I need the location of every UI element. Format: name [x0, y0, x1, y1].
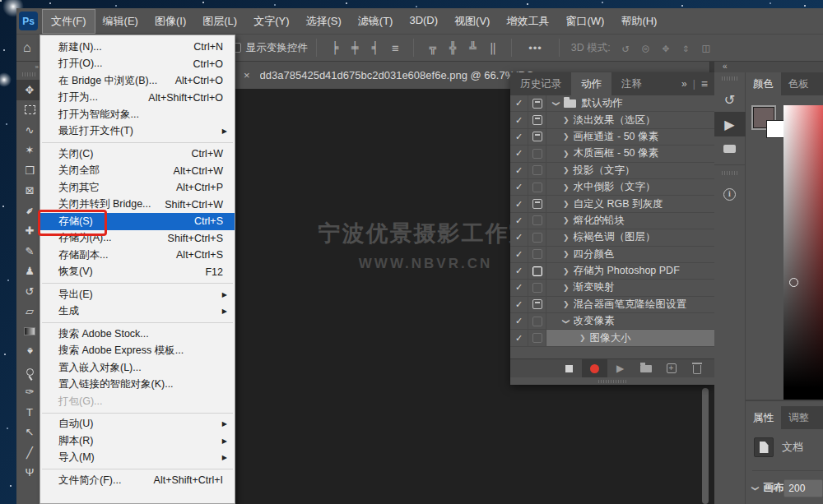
action-toggle-cell[interactable]: ✓ — [510, 129, 528, 145]
expand-arrow-icon[interactable]: ❯ — [563, 150, 570, 158]
align-icon[interactable]: ≡ — [385, 41, 405, 54]
file-menu-item[interactable]: 关闭全部Alt+Ctrl+W — [40, 163, 235, 180]
distribute-icon[interactable]: ╦ — [422, 41, 442, 54]
expand-arrow-icon[interactable]: ❯ — [563, 216, 570, 224]
expand-arrow-icon[interactable]: ❯ — [563, 166, 570, 174]
home-icon[interactable]: ⌂ — [23, 40, 31, 55]
history-panel-icon[interactable]: ↺ — [714, 87, 746, 112]
action-toggle-cell[interactable]: ✓ — [510, 179, 528, 195]
record-button[interactable] — [582, 359, 607, 378]
file-menu-item[interactable]: 搜索 Adobe Express 模板... — [40, 343, 235, 360]
action-content[interactable]: ❯混合器画笔克隆绘图设置 — [546, 297, 714, 312]
menubar-item[interactable]: 文字(Y) — [245, 10, 297, 33]
action-row[interactable]: ✓❯淡出效果（选区） — [510, 112, 714, 128]
action-dialog-cell[interactable] — [528, 196, 546, 211]
delete-action-button[interactable] — [684, 359, 709, 378]
action-toggle-cell[interactable]: ✓ — [510, 95, 528, 111]
file-menu-item[interactable]: 置入嵌入对象(L)... — [40, 359, 235, 377]
distribute-icon[interactable]: ╩ — [463, 41, 482, 54]
action-row[interactable]: ✓❯改变像素 — [510, 313, 714, 330]
3d-mode-icon[interactable]: ◎ — [635, 41, 655, 54]
properties-tab-属性[interactable]: 属性 — [746, 406, 781, 429]
menubar-item[interactable]: 滤镜(T) — [350, 10, 402, 33]
file-menu-item[interactable]: 搜索 Adobe Stock... — [40, 326, 235, 343]
action-content[interactable]: ❯图像大小 — [546, 330, 714, 345]
action-toggle-cell[interactable]: ✓ — [510, 297, 528, 312]
action-dialog-cell[interactable] — [528, 229, 546, 245]
action-dialog-cell[interactable] — [528, 280, 546, 295]
canvas-scrollbar[interactable] — [702, 388, 709, 504]
action-dialog-cell[interactable] — [528, 163, 546, 178]
background-color-swatch[interactable] — [766, 120, 784, 138]
expand-arrow-icon[interactable]: ❯ — [563, 234, 570, 242]
action-toggle-cell[interactable]: ✓ — [510, 213, 528, 229]
file-menu-item[interactable]: 生成▶ — [40, 303, 235, 321]
panel-resize-grip[interactable] — [510, 377, 714, 385]
file-menu-item[interactable]: 关闭(C)Ctrl+W — [40, 146, 235, 163]
expand-arrow-icon[interactable]: ❯ — [563, 183, 570, 192]
file-menu-item[interactable]: 文件简介(F)...Alt+Shift+Ctrl+I — [40, 472, 235, 489]
expand-arrow-icon[interactable]: ❯ — [563, 267, 570, 275]
more-options-icon[interactable]: ••• — [520, 42, 551, 54]
action-content[interactable]: ❯投影（文字） — [546, 163, 714, 178]
action-content[interactable]: ❯画框通道 - 50 像素 — [546, 129, 714, 145]
close-tab-icon[interactable]: × — [235, 69, 260, 81]
action-dialog-cell[interactable] — [528, 95, 546, 111]
action-row[interactable]: ✓❯图像大小 — [510, 330, 714, 346]
action-row[interactable]: ✓❯棕褐色调（图层） — [510, 229, 714, 246]
strip-grip[interactable] — [722, 171, 738, 175]
action-content[interactable]: ❯改变像素 — [546, 313, 714, 329]
action-row[interactable]: ✓❯四分颜色 — [510, 247, 714, 263]
collapse-arrow-icon[interactable]: ❯ — [562, 318, 570, 325]
action-content[interactable]: ❯水中倒影（文字） — [546, 179, 714, 195]
action-row[interactable]: ✓❯自定义 RGB 到灰度 — [510, 196, 714, 212]
expand-arrow-icon[interactable]: ❯ — [563, 116, 570, 124]
3d-mode-icon[interactable]: ⇕ — [676, 41, 695, 54]
action-content[interactable]: ❯渐变映射 — [546, 280, 714, 295]
action-row[interactable]: ✓❯水中倒影（文字） — [510, 179, 714, 196]
file-menu-item[interactable]: 打开为...Alt+Shift+Ctrl+O — [40, 90, 235, 107]
menubar-item[interactable]: 文件(F) — [43, 10, 95, 33]
action-content[interactable]: ❯淡出效果（选区） — [546, 112, 714, 127]
new-group-button[interactable] — [633, 359, 658, 378]
file-menu-item[interactable]: 置入链接的智能对象(K)... — [40, 377, 235, 394]
action-dialog-cell[interactable] — [528, 129, 546, 145]
hue-cube-picker[interactable] — [783, 105, 823, 400]
expand-arrow-icon[interactable]: ❯ — [563, 250, 570, 258]
properties-tab-调整[interactable]: 调整 — [781, 406, 816, 429]
action-toggle-cell[interactable]: ✓ — [510, 263, 528, 279]
actions-tab-动作[interactable]: 动作 — [571, 72, 611, 95]
expand-arrow-icon[interactable]: ❯ — [563, 132, 570, 141]
stop-button[interactable] — [556, 359, 582, 378]
actions-panel-icon[interactable]: ▶ — [714, 112, 746, 136]
menubar-item[interactable]: 图像(I) — [146, 10, 194, 33]
menubar-item[interactable]: 选择(S) — [297, 10, 349, 33]
distribute-icon[interactable]: ╬ — [443, 41, 463, 54]
file-menu-item[interactable]: 最近打开文件(T)▶ — [40, 123, 235, 141]
file-menu-item[interactable]: 打开为智能对象... — [40, 106, 235, 123]
action-toggle-cell[interactable]: ✓ — [510, 196, 528, 211]
align-icon[interactable]: ╞ — [325, 41, 345, 54]
action-toggle-cell[interactable]: ✓ — [510, 330, 528, 345]
notes-panel-icon[interactable] — [714, 136, 746, 161]
action-dialog-cell[interactable] — [528, 179, 546, 195]
action-content[interactable]: ❯默认动作 — [546, 95, 714, 111]
file-menu-item[interactable]: 存储副本...Alt+Ctrl+S — [40, 247, 235, 264]
action-content[interactable]: ❯四分颜色 — [546, 247, 714, 262]
menubar-item[interactable]: 编辑(E) — [95, 10, 146, 33]
action-content[interactable]: ❯棕褐色调（图层） — [546, 229, 714, 245]
expand-arrow-icon[interactable]: ❯ — [563, 300, 570, 308]
file-menu-item[interactable]: 导入(M)▶ — [40, 450, 235, 467]
document-type-button[interactable] — [754, 437, 774, 457]
3d-mode-icon[interactable]: ◫ — [696, 41, 716, 54]
menubar-item[interactable]: 图层(L) — [194, 10, 245, 33]
action-toggle-cell[interactable]: ✓ — [510, 112, 528, 127]
info-panel-icon[interactable]: i — [714, 182, 746, 206]
color-tab-色板[interactable]: 色板 — [781, 72, 816, 95]
color-picker-marker[interactable] — [789, 278, 798, 287]
menubar-item[interactable]: 窗口(W) — [557, 10, 612, 33]
action-row[interactable]: ✓❯投影（文字） — [510, 163, 714, 179]
action-toggle-cell[interactable]: ✓ — [510, 163, 528, 178]
action-dialog-cell[interactable] — [528, 146, 546, 161]
file-menu-item[interactable]: 关闭其它Alt+Ctrl+P — [40, 179, 235, 197]
